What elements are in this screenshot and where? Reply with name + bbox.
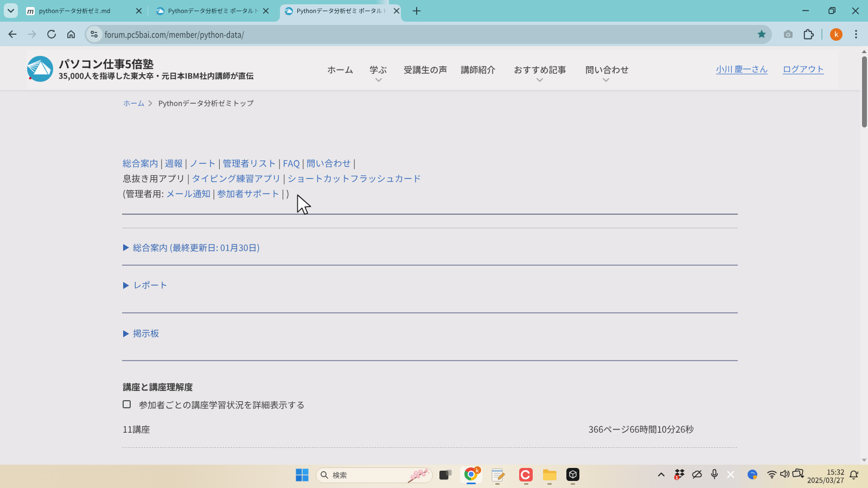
svg-text:1: 1: [675, 475, 678, 480]
svg-text:z: z: [857, 470, 859, 475]
